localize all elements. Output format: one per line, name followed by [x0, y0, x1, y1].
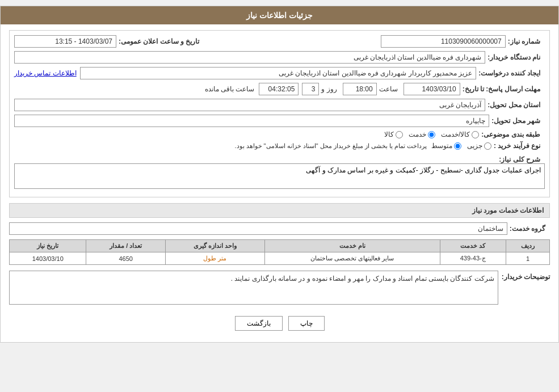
cell-service-code: ج-43-439: [440, 252, 506, 265]
row-description: شرح کلی نیاز:: [14, 153, 545, 189]
purchase-type-label: نوع فرآیند خرید :: [491, 142, 543, 150]
cell-date: 1403/03/10: [10, 252, 86, 265]
cell-unit: متر طول: [165, 252, 264, 265]
delivery-province-value: آذربایجان غربی: [439, 101, 481, 109]
buyer-value: شهرداری فره ضیاالدین استان اذربایجان غرب…: [354, 53, 482, 61]
date-label: تاریخ و ساعت اعلان عمومی:: [116, 37, 201, 45]
row-city: شهر محل تحویل: چایپاره: [14, 115, 545, 127]
category-kala-label: کالا: [384, 130, 394, 138]
cell-service-name: سایر فعالیتهای تخصصی ساختمان: [264, 252, 440, 265]
delivery-city-field: چایپاره: [14, 115, 489, 127]
delivery-city-value: چایپاره: [466, 117, 485, 125]
date-value: 1403/03/07 - 13:15: [55, 37, 112, 45]
response-label: مهلت ارسال پاسخ: تا تاریخ:: [460, 85, 543, 93]
buyer-label: نام دستگاه خریدار:: [485, 53, 543, 61]
row-province: استان محل تحویل: آذربایجان غربی: [14, 99, 545, 111]
print-button[interactable]: چاپ: [288, 316, 325, 331]
description-textarea[interactable]: [14, 163, 545, 189]
row-purchase-type: نوع فرآیند خرید : جزیی متوسط پرداخت تمام…: [14, 142, 545, 150]
page-wrapper: جزئیات اطلاعات نیاز شماره نیاز: 11030900…: [0, 6, 559, 343]
row-buyer: نام دستگاه خریدار: شهرداری فره ضیاالدین …: [14, 51, 545, 64]
row-service-group: گروه خدمت: ساختمان: [9, 222, 550, 235]
contact-link[interactable]: اطلاعات تماس خریدار: [14, 69, 77, 77]
response-remaining-value: 04:32:05: [268, 85, 295, 93]
response-time-value: 18:00: [356, 85, 373, 93]
services-table: ردیف کد خدمت نام خدمت واحد اندازه گیری ت…: [9, 239, 550, 265]
back-button[interactable]: بازگشت: [235, 316, 283, 331]
response-remaining-label: ساعت باقی مانده: [203, 85, 257, 93]
need-number-label: شماره نیاز:: [506, 37, 543, 45]
purchase-note: پرداخت تمام یا بخشی از مبلغ خریداز محل "…: [234, 142, 427, 150]
main-content: شماره نیاز: 1103090060000007 تاریخ و ساع…: [1, 24, 558, 342]
response-time-field: 18:00: [343, 83, 377, 95]
col-row-num: ردیف: [506, 240, 549, 252]
radio-motaveset[interactable]: متوسط: [431, 142, 461, 150]
col-service-code: کد خدمت: [440, 240, 506, 252]
col-date: تاریخ نیاز: [10, 240, 86, 252]
category-radio-group: کالا/خدمت خدمت کالا: [384, 130, 479, 138]
category-khadamat-label: خدمت: [409, 130, 426, 138]
service-group-field: ساختمان: [9, 222, 507, 235]
row-response-date: مهلت ارسال پاسخ: تا تاریخ: 1403/03/10 سا…: [14, 83, 545, 95]
category-label: طبقه بندی موضوعی:: [479, 130, 543, 138]
date-field: 1403/03/07 - 13:15: [14, 35, 116, 48]
top-form-section: شماره نیاز: 1103090060000007 تاریخ و ساع…: [9, 30, 550, 197]
creator-field: عزیز محمدپور کاربردار شهرداری فره ضیاالد…: [80, 67, 477, 79]
row-category: طبقه بندی موضوعی: کالا/خدمت خدمت کالا: [14, 130, 545, 138]
buyer-notes-label: توضیحات خریدار:: [502, 271, 550, 281]
table-header-row: ردیف کد خدمت نام خدمت واحد اندازه گیری ت…: [10, 240, 550, 252]
cell-row-num: 1: [506, 252, 549, 265]
creator-label: ایجاد کننده درخواست:: [476, 69, 543, 77]
buyer-notes-row: توضیحات خریدار: شرکت کنندگان بایستی تمام…: [9, 271, 550, 305]
delivery-province-field: آذربایجان غربی: [14, 99, 485, 111]
delivery-city-label: شهر محل تحویل:: [489, 117, 543, 125]
row-creator: ایجاد کننده درخواست: عزیز محمدپور کاربرد…: [14, 67, 545, 79]
buyer-notes-content: شرکت کنندگان بایستی تمام اسناد و مدارک ر…: [9, 271, 498, 305]
services-section-title: اطلاعات خدمات مورد نیاز: [9, 203, 550, 218]
response-days-value: 3: [312, 85, 316, 93]
response-remaining-field: 04:32:05: [259, 83, 299, 95]
service-group-label: گروه خدمت:: [507, 225, 548, 233]
col-service-name: نام خدمت: [264, 240, 440, 252]
need-number-field: 1103090060000007: [381, 35, 506, 48]
cell-qty: 4650: [86, 252, 165, 265]
radio-khadamat[interactable]: خدمت: [409, 130, 435, 138]
col-unit: واحد اندازه گیری: [165, 240, 264, 252]
buyer-notes-container: شرکت کنندگان بایستی تمام اسناد و مدارک ر…: [9, 271, 498, 305]
buyer-notes-value: شرکت کنندگان بایستی تمام اسناد و مدارک ر…: [231, 275, 494, 283]
need-number-value: 1103090060000007: [441, 37, 502, 45]
response-days-field: 3: [302, 83, 319, 95]
description-label: شرح کلی نیاز:: [497, 153, 543, 163]
delivery-province-label: استان محل تحویل:: [485, 101, 543, 109]
row-need-number: شماره نیاز: 1103090060000007 تاریخ و ساع…: [14, 35, 545, 48]
button-row: چاپ بازگشت: [9, 310, 550, 336]
page-header: جزئیات اطلاعات نیاز: [1, 6, 558, 24]
category-kala-khadamat-label: کالا/خدمت: [441, 130, 470, 138]
response-date-field: 1403/03/10: [404, 83, 460, 95]
radio-jozii[interactable]: جزیی: [467, 142, 491, 150]
page-title: جزئیات اطلاعات نیاز: [246, 11, 313, 20]
radio-kala-khadamat[interactable]: کالا/خدمت: [441, 130, 479, 138]
table-row: 1 ج-43-439 سایر فعالیتهای تخصصی ساختمان …: [10, 252, 550, 265]
response-days-label: روز و: [319, 85, 339, 93]
purchase-radio-group: جزیی متوسط: [431, 142, 491, 150]
buyer-field: شهرداری فره ضیاالدین استان اذربایجان غرب…: [14, 51, 485, 64]
response-time-label: ساعت: [377, 85, 400, 93]
radio-kala[interactable]: کالا: [384, 130, 403, 138]
service-group-value: ساختمان: [478, 225, 503, 233]
purchase-motaveset-label: متوسط: [431, 142, 452, 150]
response-date-value: 1403/03/10: [422, 85, 456, 93]
purchase-jozii-label: جزیی: [467, 142, 482, 150]
col-qty: تعداد / مقدار: [86, 240, 165, 252]
creator-value: عزیز محمدپور کاربردار شهرداری فره ضیاالد…: [279, 69, 473, 77]
